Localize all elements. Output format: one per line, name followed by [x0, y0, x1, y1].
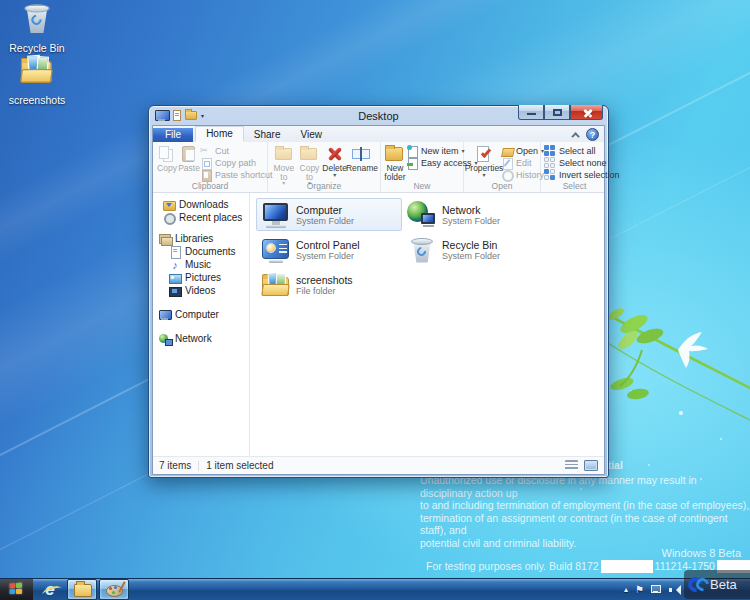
paint-icon: [106, 584, 123, 596]
volume-tray-icon[interactable]: [669, 585, 680, 594]
group-label-select: Select: [541, 180, 608, 192]
help-icon[interactable]: ?: [586, 128, 599, 141]
properties-button[interactable]: Properties ▾: [467, 144, 501, 178]
qat-new-item-icon[interactable]: [173, 110, 181, 121]
sidebar-item-recent-places[interactable]: Recent places: [153, 211, 249, 224]
tab-home[interactable]: Home: [195, 126, 244, 142]
copy-to-button: Copy to ▾: [297, 144, 323, 186]
videos-icon: [169, 285, 181, 297]
taskbar-item-internet-explorer[interactable]: e: [35, 579, 65, 600]
move-to-icon: [273, 145, 295, 163]
music-icon: ♪: [169, 259, 181, 271]
pcbeta-watermark: Beta: [684, 570, 750, 599]
rename-button[interactable]: Rename: [347, 144, 377, 173]
close-button[interactable]: [570, 105, 603, 120]
open-button[interactable]: Open ▾: [501, 145, 544, 157]
rename-icon: [351, 145, 373, 163]
show-hidden-icons-button[interactable]: ▴: [624, 586, 628, 594]
title-bar[interactable]: ▾ Desktop: [152, 106, 605, 125]
qat-folder-icon[interactable]: [185, 111, 197, 120]
tab-share[interactable]: Share: [244, 128, 291, 142]
desktop-icon-label: screenshots: [4, 94, 70, 106]
folder-pictures-icon: [19, 53, 56, 88]
sidebar-item-computer[interactable]: Computer: [153, 308, 249, 321]
tab-file[interactable]: File: [153, 128, 193, 142]
new-folder-icon: [384, 145, 406, 163]
sidebar-item-network[interactable]: Network: [153, 332, 249, 345]
easy-access-icon: [406, 157, 418, 169]
sidebar-item-downloads[interactable]: Downloads: [153, 198, 249, 211]
copy-path-icon: [200, 157, 212, 169]
taskbar-item-file-explorer[interactable]: [67, 579, 97, 600]
file-item-control-panel[interactable]: Control PanelSystem Folder: [256, 233, 402, 266]
properties-icon: [473, 145, 495, 163]
details-view-button[interactable]: [565, 460, 578, 471]
copy-to-icon: [298, 145, 320, 163]
downloads-icon: [163, 199, 175, 211]
select-all-button[interactable]: Select all: [544, 145, 620, 157]
maximize-button[interactable]: [544, 105, 570, 120]
navigation-pane: Downloads Recent places Libraries Docume…: [153, 193, 250, 456]
file-item-screenshots[interactable]: screenshotsFile folder: [256, 268, 402, 301]
recent-places-icon: [163, 212, 175, 224]
taskbar: e ▴ ⚑: [0, 578, 750, 600]
computer-icon: [260, 200, 292, 230]
edit-button: Edit: [501, 157, 544, 169]
windows-flag-icon: [10, 582, 25, 596]
pictures-icon: [169, 272, 181, 284]
network-tray-icon[interactable]: [651, 585, 662, 594]
window-system-icon[interactable]: [155, 110, 169, 121]
edit-icon: [501, 157, 513, 169]
watermark-paragraph: Unauthorized use or disclosure in any ma…: [420, 474, 750, 549]
file-item-computer[interactable]: ComputerSystem Folder: [256, 198, 402, 231]
redaction-box: [601, 560, 653, 573]
recycle-bin-icon: [406, 235, 438, 265]
quick-access-toolbar: ▾: [152, 110, 204, 121]
file-explorer-icon: [74, 584, 91, 596]
window-client-area: File Home Share View ? Copy P: [152, 125, 605, 475]
sidebar-item-music[interactable]: ♪ Music: [153, 258, 249, 271]
ribbon: Copy Paste ✂ Cut Copy path: [153, 142, 604, 193]
control-panel-icon: [260, 235, 292, 265]
file-item-network[interactable]: NetworkSystem Folder: [402, 198, 548, 231]
network-icon: [406, 200, 438, 230]
start-button[interactable]: [0, 579, 33, 600]
minimize-ribbon-icon[interactable]: [571, 132, 579, 140]
close-icon: [583, 108, 592, 117]
invert-selection-icon: [544, 169, 556, 181]
status-bar: 7 items 1 item selected: [153, 456, 604, 474]
group-label-open: Open: [464, 180, 540, 192]
watermark-build-text: For testing purposes only. Build 8172: [426, 560, 599, 573]
sidebar-item-documents[interactable]: Documents: [153, 245, 249, 258]
qat-dropdown-icon[interactable]: ▾: [201, 112, 204, 119]
ribbon-group-open: Properties ▾ Open ▾ Edit: [464, 142, 541, 192]
delete-button[interactable]: Delete ▾: [322, 144, 347, 178]
folder-pictures-icon: [260, 270, 292, 300]
sidebar-item-videos[interactable]: Videos: [153, 284, 249, 297]
paste-shortcut-button: Paste shortcut: [200, 169, 273, 181]
pcbeta-text: Beta: [710, 577, 737, 592]
history-icon: [501, 169, 513, 181]
desktop-icon-recycle-bin[interactable]: Recycle Bin: [4, 6, 70, 54]
minimize-button[interactable]: [518, 105, 544, 120]
select-none-button[interactable]: Select none: [544, 157, 620, 169]
tab-view[interactable]: View: [291, 128, 333, 142]
status-selection: 1 item selected: [206, 460, 273, 471]
icons-view-button[interactable]: [584, 460, 598, 471]
action-center-flag-icon[interactable]: ⚑: [635, 586, 644, 594]
taskbar-item-paint[interactable]: [99, 579, 129, 600]
file-item-recycle-bin[interactable]: Recycle BinSystem Folder: [402, 233, 548, 266]
ribbon-group-clipboard: Copy Paste ✂ Cut Copy path: [153, 142, 268, 192]
sidebar-item-libraries[interactable]: Libraries: [153, 232, 249, 245]
paste-button: Paste: [178, 144, 200, 173]
watermark-edition: Windows 8 Beta: [662, 547, 741, 560]
desktop-icon-screenshots[interactable]: screenshots: [4, 58, 70, 106]
copy-icon: [156, 145, 178, 163]
copy-button: Copy: [156, 144, 178, 173]
paste-shortcut-icon: [200, 169, 212, 181]
new-folder-button[interactable]: New folder: [384, 144, 406, 181]
cut-icon: ✂: [200, 145, 212, 157]
sidebar-item-pictures[interactable]: Pictures: [153, 271, 249, 284]
libraries-icon: [159, 233, 171, 245]
watermark-line: termination of an assignment or contract…: [420, 512, 750, 537]
